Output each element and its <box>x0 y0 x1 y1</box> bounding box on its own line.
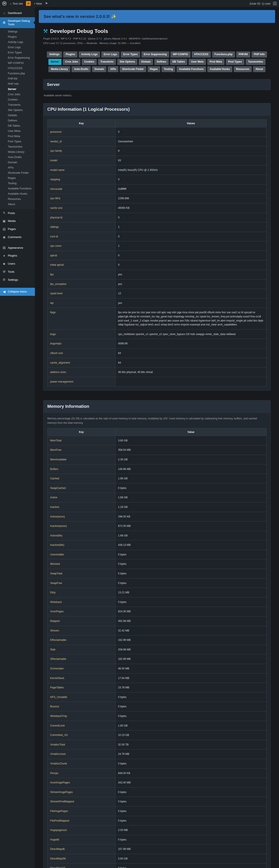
debug-tools-icon: ⚙ <box>2 21 6 25</box>
sidebar-item-appearance[interactable]: ▨Appearance <box>0 244 35 252</box>
row-key: NFS_Unstable <box>48 692 116 702</box>
site-name-link[interactable]: ⌂ Test site <box>9 2 23 5</box>
sidebar-subitem-php-ini[interactable]: PHP.INI <box>0 76 35 81</box>
sidebar-subitem-globals[interactable]: Globals <box>0 113 35 118</box>
sidebar-item-comments[interactable]: ◉Comments <box>0 233 35 241</box>
row-value: 0 bytes <box>115 787 266 797</box>
tab-htaccess[interactable]: HTACCESS <box>192 52 211 58</box>
sidebar-subitem-wp-config[interactable]: WP-CONFIG <box>0 60 35 66</box>
row-key: KernelStack <box>48 673 116 683</box>
tab-shortcode-finder[interactable]: Shortcode Finder <box>120 66 146 72</box>
collapse-menu-button[interactable]: ◀ Collapse menu <box>0 288 35 296</box>
sidebar-subitem-auto-drafts[interactable]: Auto-Drafts <box>0 155 35 160</box>
tab-resources[interactable]: Resources <box>234 66 252 72</box>
sidebar-subitem-functions-php[interactable]: Functions.php <box>0 71 35 76</box>
wordpress-logo[interactable]: W <box>2 1 6 6</box>
sidebar-item-plugins[interactable]: ♦Plugins <box>0 252 35 260</box>
tab-available-functions[interactable]: Available Functions <box>177 66 206 72</box>
tab-functions-php[interactable]: Functions.php <box>212 52 235 58</box>
row-value: 64 <box>115 348 266 358</box>
tab-testing[interactable]: Testing <box>161 66 176 72</box>
sidebar-subitem-post-meta[interactable]: Post Meta <box>0 134 35 139</box>
sidebar-subitem-cron-jobs[interactable]: Cron Jobs <box>0 92 35 97</box>
tab-error-logs[interactable]: Error Logs <box>101 52 119 58</box>
sidebar-subitem-plugins[interactable]: Plugins <box>0 34 35 39</box>
row-value: 1.98 GB <box>115 474 266 484</box>
tab-error-types[interactable]: Error Types <box>121 52 140 58</box>
sidebar-subitem-error-types[interactable]: Error Types <box>0 50 35 55</box>
new-content-button[interactable]: + New <box>34 2 42 5</box>
row-key: stepping <box>48 175 116 184</box>
row-key: ShmemHugePages <box>48 787 116 797</box>
sidebar-item-settings[interactable]: ⚙Settings <box>0 276 35 284</box>
tab-server[interactable]: Server <box>49 59 61 65</box>
sidebar-subitem-defines[interactable]: Defines <box>0 118 35 123</box>
sidebar-subitem-taxonomies[interactable]: Taxonomies <box>0 144 35 149</box>
tab-activity-logs[interactable]: Activity Logs <box>79 52 100 58</box>
sidebar-subitem-resources[interactable]: Resources <box>0 196 35 202</box>
tab-settings[interactable]: Settings <box>47 52 62 58</box>
sidebar-subitem-about[interactable]: About <box>0 202 35 207</box>
sidebar-subitem-shortcode-finder[interactable]: Shortcode Finder <box>0 170 35 176</box>
sidebar-subitem-activity-logs[interactable]: Activity Logs <box>0 39 35 45</box>
sidebar-subitem-available-functions[interactable]: Available Functions <box>0 186 35 191</box>
tab-plugins[interactable]: Plugins <box>63 52 78 58</box>
sidebar-subitem-site-options[interactable]: Site Options <box>0 107 35 113</box>
sidebar-subitem-post-types[interactable]: Post Types <box>0 139 35 144</box>
sidebar-subitem-cookies[interactable]: Cookies <box>0 97 35 102</box>
sidebar-item-dashboard[interactable]: ⌂ Dashboard <box>0 9 35 17</box>
tab-cron-jobs[interactable]: Cron Jobs <box>63 59 81 65</box>
tab-media-library[interactable]: Media Library <box>49 66 70 72</box>
sidebar-subitem-php-info[interactable]: PHP Info <box>0 81 35 87</box>
sidebar-subitem-testing[interactable]: Testing <box>0 181 35 186</box>
tab-regex[interactable]: Regex <box>148 66 160 72</box>
sidebar-subitem-error-logs[interactable]: Error Logs <box>0 45 35 50</box>
comments-flag-icon[interactable]: ⚑ <box>45 2 48 5</box>
sidebar-subitem-regex[interactable]: Regex <box>0 176 35 181</box>
tab-globals[interactable]: Globals <box>138 59 153 65</box>
whats-new-banner[interactable]: See what's new in version 2.0.0.3! ✨ <box>39 10 275 23</box>
tab-auto-drafts[interactable]: Auto-Drafts <box>71 66 91 72</box>
tab-available-hooks[interactable]: Available Hooks <box>207 66 232 72</box>
tab-defines[interactable]: Defines <box>154 59 168 65</box>
sidebar-subitem-server[interactable]: Server <box>0 87 35 92</box>
tab-domain[interactable]: Domain <box>92 66 106 72</box>
row-value: 17.64 MB <box>115 673 266 683</box>
sidebar-item-pages[interactable]: ▤Pages <box>0 225 35 233</box>
tab-cookies[interactable]: Cookies <box>82 59 97 65</box>
tab-about[interactable]: About <box>253 66 266 72</box>
tab-apis[interactable]: APIs <box>108 66 118 72</box>
sidebar-item-posts[interactable]: ✎Posts <box>0 209 35 217</box>
tab-post-meta[interactable]: Post Meta <box>207 59 224 65</box>
tab-transients[interactable]: Transients <box>98 59 116 65</box>
sidebar-subitem-error-suppressing[interactable]: Error Suppressing <box>0 55 35 60</box>
sidebar-subitem-domain[interactable]: Domain <box>0 160 35 165</box>
sidebar-item-media[interactable]: ▣Media <box>0 217 35 225</box>
tab-error-suppressing[interactable]: Error Suppressing <box>142 52 169 58</box>
tab-taxonomies[interactable]: Taxonomies <box>246 59 266 65</box>
sidebar-subitem-htaccess[interactable]: HTACCESS <box>0 66 35 71</box>
sidebar-item-tools[interactable]: ⚒Tools <box>0 268 35 276</box>
sidebar-subitem-media-library[interactable]: Media Library <box>0 149 35 155</box>
column-header-key: Key <box>48 428 116 436</box>
sidebar-subitem-available-hooks[interactable]: Available Hooks <box>0 191 35 196</box>
sidebar-subitem-apis[interactable]: APIs <box>0 165 35 170</box>
tab-php-info[interactable]: PHP Info <box>251 52 267 58</box>
sidebar-item-developer-debug-tools[interactable]: ⚙ Developer Debug Tools <box>0 17 35 28</box>
tab-db-tables[interactable]: DB Tables <box>170 59 187 65</box>
users-icon: ☻ <box>2 262 6 266</box>
sidebar-subitem-transients[interactable]: Transients <box>0 102 35 107</box>
table-row: fpuyes <box>48 270 267 279</box>
row-value: 0 <box>115 127 266 137</box>
sidebar-subitem-settings[interactable]: Settings <box>0 29 35 34</box>
sidebar-item-users[interactable]: ☻Users <box>0 260 35 268</box>
debug-tools-admin-icon[interactable]: ⚒ <box>26 1 31 6</box>
account-menu[interactable]: (User ID: 1) user <box>250 2 277 5</box>
tab-post-types[interactable]: Post Types <box>226 59 244 65</box>
tab-php-ini[interactable]: PHP.INI <box>236 52 250 58</box>
sidebar-subitem-user-meta[interactable]: User Meta <box>0 128 35 134</box>
tab-wp-config[interactable]: WP-CONFIG <box>170 52 190 58</box>
tab-site-options[interactable]: Site Options <box>117 59 137 65</box>
tab-user-meta[interactable]: User Meta <box>189 59 206 65</box>
sidebar-subitem-db-tables[interactable]: DB Tables <box>0 123 35 128</box>
